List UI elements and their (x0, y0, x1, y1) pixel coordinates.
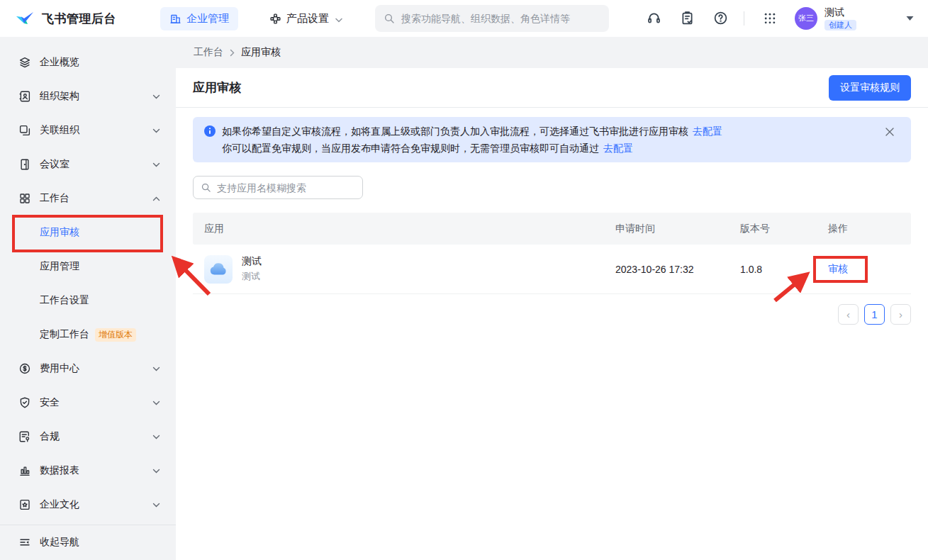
page-card: 应用审核 设置审核规则 如果你希望自定义审核流程，如将直属上级或部门负责人加入审… (176, 68, 928, 560)
nav-product-label: 产品设置 (286, 12, 329, 26)
layers-icon (18, 56, 31, 69)
review-action-link[interactable]: 审核 (828, 263, 900, 276)
support-headset-icon[interactable] (646, 11, 661, 26)
apps-grid-icon[interactable] (762, 11, 778, 26)
linked-orgs-icon (18, 124, 31, 137)
sidebar-item-label: 费用中心 (40, 362, 79, 375)
breadcrumb-parent[interactable]: 工作台 (194, 46, 223, 59)
breadcrumb-current: 应用审核 (241, 46, 281, 59)
sidebar-item-app-review[interactable]: 应用审核 (0, 215, 176, 250)
table-row: 测试 测试 2023-10-26 17:32 1.0.8 审核 (193, 245, 911, 294)
star-badge-icon (18, 498, 31, 511)
app-title: 飞书管理后台 (42, 11, 116, 27)
user-menu-caret-icon[interactable] (906, 16, 914, 21)
chevron-down-icon (152, 366, 160, 371)
main-content: 工作台 应用审核 应用审核 设置审核规则 (176, 37, 928, 560)
sidebar-item-label: 企业文化 (40, 498, 79, 511)
collapse-nav-icon (18, 536, 31, 549)
search-icon (201, 182, 211, 193)
page-title-row: 应用审核 设置审核规则 (176, 68, 928, 108)
sidebar-item-custom-workbench[interactable]: 定制工作台 增值版本 (0, 318, 176, 352)
global-search[interactable] (375, 5, 609, 32)
building-icon (169, 13, 181, 25)
prev-page-button[interactable]: ‹ (838, 304, 859, 325)
sidebar-item-workbench-settings[interactable]: 工作台设置 (0, 284, 176, 318)
sidebar-item-meeting-rooms[interactable]: 会议室 (0, 147, 176, 181)
breadcrumb: 工作台 应用审核 (176, 37, 928, 68)
app-filter-search[interactable] (193, 176, 363, 199)
audit-log-clipboard-icon[interactable] (679, 11, 695, 26)
sidebar-item-label: 关联组织 (40, 124, 79, 137)
chevron-down-icon (152, 94, 160, 99)
sidebar-item-label: 定制工作台 (40, 328, 89, 341)
next-page-button[interactable]: › (890, 304, 911, 325)
app-filter-input[interactable] (217, 182, 355, 194)
sidebar-item-billing-center[interactable]: 费用中心 (0, 352, 176, 386)
sidebar-item-enterprise-overview[interactable]: 企业概览 (0, 45, 176, 79)
column-header-apply-time: 申请时间 (615, 223, 740, 235)
chevron-down-icon (335, 13, 342, 25)
global-search-input[interactable] (401, 13, 600, 24)
chevron-down-icon (152, 401, 160, 405)
header-actions: 张三 测试 创建人 (628, 6, 914, 31)
user-info[interactable]: 测试 创建人 (824, 6, 856, 31)
breadcrumb-separator-icon (230, 49, 235, 57)
org-book-icon (18, 90, 31, 103)
page-number-button[interactable]: 1 (864, 304, 885, 325)
table-header-row: 应用 申请时间 版本号 操作 (193, 213, 911, 245)
shield-check-icon (18, 396, 31, 409)
chevron-down-icon (152, 162, 160, 167)
sidebar-item-data-reports[interactable]: 数据报表 (0, 454, 176, 488)
chevron-down-icon (152, 128, 160, 133)
collapse-nav-button[interactable]: 收起导航 (0, 525, 176, 559)
app-logo[interactable]: 飞书管理后台 (14, 8, 116, 29)
product-settings-icon (269, 13, 281, 25)
avatar[interactable]: 张三 (795, 7, 817, 30)
sidebar-item-workbench[interactable]: 工作台 (0, 181, 176, 215)
sidebar-item-company-culture[interactable]: 企业文化 (0, 488, 176, 522)
sidebar-item-label: 组织架构 (40, 90, 79, 103)
chevron-down-icon (152, 435, 160, 439)
column-header-action: 操作 (828, 223, 900, 235)
sidebar-item-app-management[interactable]: 应用管理 (0, 250, 176, 284)
sidebar-item-label: 合规 (40, 430, 60, 443)
collapse-nav-label: 收起导航 (40, 536, 79, 549)
sidebar-item-label: 企业概览 (40, 56, 79, 69)
sidebar-item-security[interactable]: 安全 (0, 386, 176, 420)
chevron-up-icon (152, 196, 160, 201)
banner-line1-text: 如果你希望自定义审核流程，如将直属上级或部门负责人加入审批流程，可选择通过飞书审… (222, 125, 688, 137)
banner-close-icon[interactable] (884, 126, 895, 138)
banner-line2-config-link[interactable]: 去配置 (603, 142, 633, 154)
version-value: 1.0.8 (740, 264, 828, 275)
chevron-down-icon (152, 469, 160, 474)
feishu-admin-console: 飞书管理后台 企业管理 产品设置 (0, 0, 928, 560)
info-banner-text: 如果你希望自定义审核流程，如将直属上级或部门负责人加入审批流程，可选择通过飞书审… (222, 123, 722, 157)
app-description: 测试 (242, 270, 262, 283)
nav-enterprise-admin[interactable]: 企业管理 (160, 7, 238, 30)
sidebar-item-org-structure[interactable]: 组织架构 (0, 79, 176, 113)
header-divider (744, 11, 744, 26)
info-banner: 如果你希望自定义审核流程，如将直属上级或部门负责人加入审批流程，可选择通过飞书审… (193, 117, 911, 162)
sidebar-item-label: 工作台 (40, 192, 69, 205)
compliance-doc-icon (18, 430, 31, 443)
help-question-icon[interactable] (712, 11, 728, 26)
app-text: 测试 测试 (242, 255, 262, 283)
nav-product-settings[interactable]: 产品设置 (269, 12, 342, 26)
sidebar-item-linked-orgs[interactable]: 关联组织 (0, 113, 176, 147)
app-name: 测试 (242, 255, 262, 268)
sidebar-item-label: 应用管理 (40, 260, 79, 273)
set-review-rules-button[interactable]: 设置审核规则 (829, 75, 911, 101)
chevron-down-icon (152, 503, 160, 508)
page-content: 如果你希望自定义审核流程，如将直属上级或部门负责人加入审批流程，可选择通过飞书审… (176, 108, 928, 560)
feishu-logo-icon (14, 8, 35, 29)
workbench-grid-icon (18, 192, 31, 205)
sidebar-item-compliance[interactable]: 合规 (0, 420, 176, 454)
sidebar-item-label: 会议室 (40, 158, 69, 171)
info-icon (204, 125, 216, 137)
banner-line1-config-link[interactable]: 去配置 (693, 125, 722, 137)
top-header: 飞书管理后台 企业管理 产品设置 (0, 0, 928, 37)
sidebar-item-label: 工作台设置 (40, 294, 89, 307)
door-icon (18, 158, 31, 171)
pagination: ‹ 1 › (193, 304, 911, 325)
sidebar-item-label: 安全 (40, 396, 60, 409)
